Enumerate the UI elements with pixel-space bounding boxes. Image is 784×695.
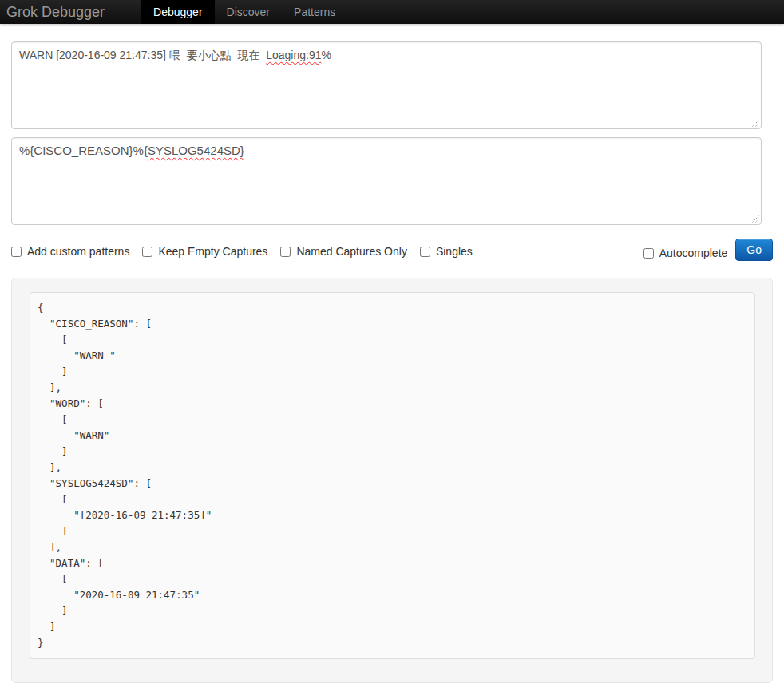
named-captures-only-label: Named Captures Only — [296, 245, 407, 258]
app-brand-label: Grok Debugger — [6, 4, 105, 20]
result-panel: { "CISCO_REASON": [ [ "WARN " ] ], "WORD… — [11, 278, 773, 683]
nav-tabs: Debugger Discover Patterns — [141, 0, 347, 24]
go-button[interactable]: Go — [735, 239, 773, 261]
options-right-group: Autocomplete Go — [643, 242, 773, 261]
keep-empty-captures-checkbox[interactable] — [142, 247, 152, 257]
tab-discover[interactable]: Discover — [215, 0, 282, 24]
singles-label: Singles — [436, 245, 473, 258]
log-text-tail: % — [321, 49, 331, 61]
options-row: Add custom patterns Keep Empty Captures … — [11, 239, 773, 263]
tab-patterns[interactable]: Patterns — [282, 0, 347, 24]
checkbox-named-captures-only[interactable]: Named Captures Only — [280, 245, 407, 258]
app-brand[interactable]: Grok Debugger — [0, 0, 113, 24]
grok-pattern-input[interactable]: %{CISCO_REASON}%{SYSLOG5424SD} — [11, 137, 762, 225]
pattern-text-misspelled: SYSLOG5424SD} — [148, 144, 244, 157]
navbar: Grok Debugger Debugger Discover Patterns — [0, 0, 784, 24]
main-content: WARN [2020-16-09 21:47:35] 喂_要小心點_現在_Loa… — [11, 41, 773, 683]
result-json-output: { "CISCO_REASON": [ [ "WARN " ] ], "WORD… — [30, 292, 755, 659]
resize-handle-icon[interactable] — [751, 215, 759, 223]
add-custom-patterns-checkbox[interactable] — [11, 247, 22, 257]
autocomplete-checkbox[interactable] — [643, 248, 654, 259]
named-captures-only-checkbox[interactable] — [280, 247, 291, 257]
singles-checkbox[interactable] — [420, 247, 430, 257]
checkbox-keep-empty-captures[interactable]: Keep Empty Captures — [142, 245, 267, 258]
keep-empty-captures-label: Keep Empty Captures — [158, 245, 267, 258]
checkbox-autocomplete[interactable]: Autocomplete — [643, 247, 728, 259]
tab-debugger[interactable]: Debugger — [141, 0, 215, 24]
checkbox-singles[interactable]: Singles — [420, 245, 473, 258]
add-custom-patterns-label: Add custom patterns — [27, 245, 129, 258]
pattern-text: %{CISCO_REASON}%{ — [19, 144, 148, 157]
log-text: WARN [2020-16-09 21:47:35] 喂_要小心點_現在_ — [19, 49, 266, 61]
autocomplete-label: Autocomplete — [659, 247, 728, 259]
log-text-misspelled: Loaging:91 — [266, 49, 321, 61]
checkbox-add-custom-patterns[interactable]: Add custom patterns — [11, 245, 129, 258]
resize-handle-icon[interactable] — [751, 119, 759, 127]
log-sample-input[interactable]: WARN [2020-16-09 21:47:35] 喂_要小心點_現在_Loa… — [11, 41, 762, 129]
